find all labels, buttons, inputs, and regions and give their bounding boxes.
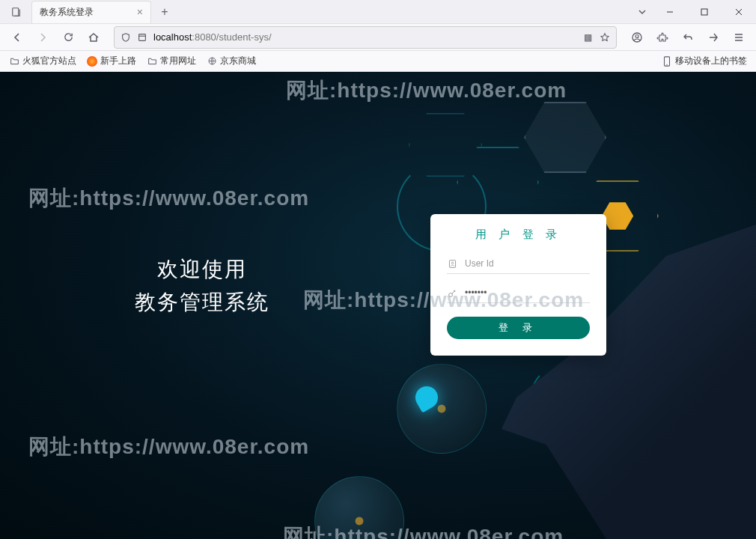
account-icon[interactable] (626, 26, 648, 49)
bookmark-firefox-official[interactable]: 火狐官方站点 (4, 53, 81, 69)
recent-pages-icon[interactable] (6, 1, 27, 22)
undo-icon[interactable] (677, 26, 699, 49)
close-tab-icon[interactable]: × (137, 6, 143, 18)
folder-icon (9, 56, 19, 67)
svg-point-6 (635, 34, 638, 37)
window-minimize-button[interactable] (653, 0, 687, 24)
user-icon (447, 258, 457, 269)
user-field[interactable] (447, 255, 590, 274)
firefox-icon (87, 56, 97, 67)
nav-reload-button[interactable] (57, 26, 79, 49)
qr-icon[interactable]: ▩ (584, 32, 592, 43)
decorative-hexagon (524, 102, 606, 173)
app-menu-icon[interactable] (728, 26, 750, 49)
bookmark-getting-started[interactable]: 新手上路 (82, 53, 141, 69)
browser-navbar: localhost:8080/student-sys/ ▩ (0, 24, 756, 51)
welcome-text: 欢迎使用 教务管理系统 (97, 255, 307, 317)
globe-icon (207, 56, 217, 67)
bookmark-bar: 火狐官方站点 新手上路 常用网址 京东商城 移动设备上的书签 (0, 51, 756, 72)
password-field[interactable] (447, 284, 590, 303)
svg-point-9 (666, 64, 667, 64)
watermark: 网址:https://www.08er.com (286, 76, 567, 105)
bookmark-mobile[interactable]: 移动设备上的书签 (657, 53, 752, 69)
decorative-globe (314, 476, 404, 539)
new-tab-button[interactable]: + (154, 1, 175, 22)
login-title: 用 户 登 录 (447, 228, 590, 242)
window-close-button[interactable] (722, 0, 756, 24)
svg-point-11 (451, 262, 453, 264)
svg-rect-0 (13, 7, 19, 16)
bookmark-star-icon[interactable] (600, 32, 610, 43)
nav-home-button[interactable] (82, 26, 105, 49)
nav-forward-button[interactable] (31, 26, 54, 49)
folder-icon (147, 56, 157, 67)
decorative-globe (397, 364, 487, 454)
welcome-line1: 欢迎使用 (97, 255, 307, 284)
svg-rect-2 (701, 9, 707, 15)
nav-back-button[interactable] (6, 26, 28, 49)
tab-list-chevron-icon[interactable] (632, 1, 653, 22)
user-input[interactable] (465, 258, 590, 269)
watermark: 网址:https://www.08er.com (28, 433, 309, 461)
key-icon (447, 287, 457, 298)
page-content: 欢迎使用 教务管理系统 用 户 登 录 登 录 网址:https://www.0… (0, 72, 756, 539)
window-maximize-button[interactable] (687, 0, 722, 24)
bookmark-common-sites[interactable]: 常用网址 (142, 53, 201, 69)
bookmark-jd[interactable]: 京东商城 (202, 53, 260, 69)
mobile-icon (662, 56, 672, 67)
watermark: 网址:https://www.08er.com (28, 184, 309, 213)
login-card: 用 户 登 录 登 录 (430, 214, 606, 356)
site-info-icon[interactable] (137, 32, 147, 43)
browser-tab[interactable]: 教务系统登录 × (31, 1, 151, 23)
password-input[interactable] (465, 287, 590, 298)
login-button[interactable]: 登 录 (447, 317, 590, 339)
welcome-line2: 教务管理系统 (97, 288, 307, 317)
url-bar[interactable]: localhost:8080/student-sys/ ▩ (114, 26, 617, 49)
shield-icon[interactable] (121, 32, 131, 43)
svg-rect-3 (139, 34, 146, 40)
tab-title: 教务系统登录 (40, 6, 94, 19)
overflow-icon[interactable] (702, 26, 725, 49)
extensions-icon[interactable] (651, 26, 674, 49)
url-text: localhost:8080/student-sys/ (153, 31, 272, 43)
window-titlebar: 教务系统登录 × + (0, 0, 756, 24)
